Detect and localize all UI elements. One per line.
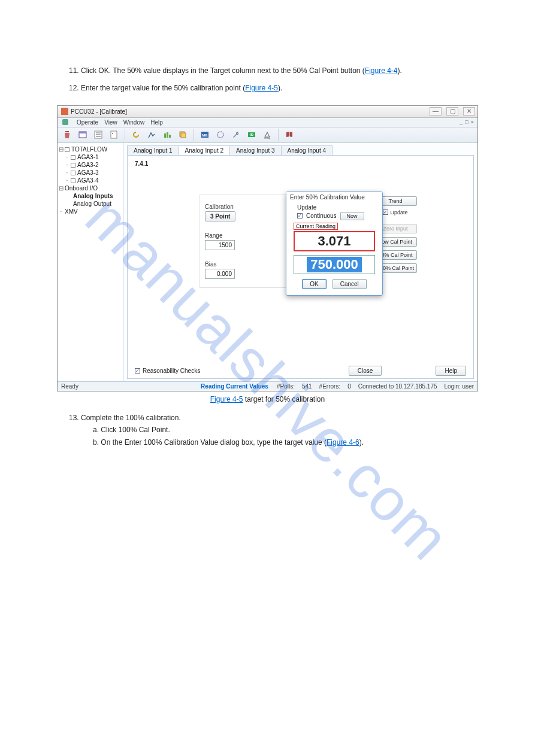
panel-id: 7.4.1 bbox=[135, 160, 466, 167]
tree-aga3[interactable]: AGA3-3 bbox=[77, 169, 99, 176]
step-13b: b. On the Enter 100% Calibration Value d… bbox=[93, 438, 478, 448]
step-11-text-a: Click bbox=[81, 66, 98, 75]
mdi-close[interactable]: × bbox=[471, 119, 474, 125]
trash-icon[interactable] bbox=[61, 129, 73, 141]
svg-rect-13 bbox=[181, 133, 186, 138]
tree-expand-icon[interactable]: ⊟ bbox=[59, 185, 64, 192]
svg-rect-0 bbox=[65, 131, 69, 132]
bias-input[interactable]: 0.000 bbox=[205, 269, 235, 279]
stack-icon[interactable] bbox=[177, 129, 189, 141]
tab-ai3[interactable]: Analog Input 3 bbox=[229, 145, 282, 156]
step-list-2: Complete the 100% calibration. a. Click … bbox=[57, 413, 478, 448]
status-ready: Ready bbox=[61, 383, 78, 390]
svg-rect-11 bbox=[169, 135, 171, 138]
close-panel-button[interactable]: Close bbox=[349, 366, 382, 376]
svg-point-16 bbox=[217, 132, 223, 138]
step-13: Complete the 100% calibration. a. Click … bbox=[81, 413, 478, 448]
menu-window[interactable]: Window bbox=[123, 119, 145, 126]
continuous-checkbox[interactable]: ✓ bbox=[297, 213, 303, 218]
tree-aga4[interactable]: AGA3-4 bbox=[77, 177, 99, 184]
window-title: PCCU32 - [Calibrate] bbox=[71, 108, 127, 115]
tab-ai2[interactable]: Analog Input 2 bbox=[179, 145, 231, 156]
tree-ai[interactable]: Analog Inputs bbox=[73, 193, 113, 199]
svg-rect-2 bbox=[79, 132, 86, 133]
nav-tree[interactable]: ⊟TOTALFLOW ·AGA3-1 ·AGA3-2 ·AGA3-3 ·AGA3… bbox=[58, 143, 123, 381]
sheet-icon[interactable] bbox=[108, 129, 120, 141]
update-checkbox[interactable]: ✓ bbox=[383, 210, 388, 215]
toolbar: MB ID Setup bbox=[58, 127, 477, 143]
tab-ai4[interactable]: Analog Input 4 bbox=[281, 145, 333, 156]
ok-button[interactable]: OK bbox=[302, 279, 326, 289]
tree-root[interactable]: TOTALFLOW bbox=[71, 146, 107, 153]
update-label: Update bbox=[390, 210, 407, 215]
refresh-icon[interactable] bbox=[130, 129, 142, 141]
reasonability-checkbox[interactable]: ✓ bbox=[135, 368, 140, 374]
step-13b-figref[interactable]: Figure 4-6 bbox=[327, 438, 359, 447]
figure-number[interactable]: Figure 4-5 bbox=[210, 395, 243, 403]
list-icon[interactable] bbox=[92, 129, 104, 141]
step-list: Click OK. The 50% value displays in the … bbox=[57, 66, 478, 93]
mb-icon[interactable]: MB bbox=[199, 129, 211, 141]
status-login: Login: user bbox=[445, 383, 474, 390]
cancel-button[interactable]: Cancel bbox=[333, 279, 367, 289]
tree-aga1[interactable]: AGA3-1 bbox=[77, 154, 99, 160]
svg-rect-9 bbox=[164, 133, 166, 138]
menu-operate[interactable]: Operate bbox=[77, 119, 98, 126]
step-11: Click OK. The 50% value displays in the … bbox=[81, 66, 478, 76]
step-11-figref[interactable]: Figure 4-4 bbox=[365, 66, 398, 75]
tree-aga2[interactable]: AGA3-2 bbox=[77, 162, 99, 168]
step-12-text-b: ). bbox=[278, 84, 282, 92]
now-button[interactable]: Now bbox=[340, 212, 364, 220]
menu-view[interactable]: View bbox=[104, 119, 117, 126]
app-icon bbox=[61, 108, 68, 115]
mdi-min[interactable]: _ bbox=[460, 119, 463, 125]
tree-xmv[interactable]: XMV bbox=[65, 208, 78, 215]
setup-icon[interactable]: Setup bbox=[261, 129, 273, 141]
tree-onboard[interactable]: Onboard I/O bbox=[65, 185, 98, 192]
wrench-icon[interactable] bbox=[230, 129, 242, 141]
svg-text:MB: MB bbox=[202, 133, 208, 137]
dialog-title: Enter 50% Calibration Value bbox=[286, 192, 382, 202]
menu-help[interactable]: Help bbox=[150, 119, 163, 126]
status-polls-label: #Polls: bbox=[277, 383, 295, 390]
svg-text:Setup: Setup bbox=[264, 136, 271, 139]
mdi-max[interactable]: □ bbox=[465, 119, 468, 125]
value-input-text: 750.000 bbox=[307, 257, 362, 272]
tool1-icon[interactable] bbox=[146, 129, 158, 141]
step-12-text-a: Enter the target value for the 50% calib… bbox=[81, 84, 245, 92]
calibration-dialog: Enter 50% Calibration Value Update ✓ Con… bbox=[286, 192, 383, 296]
book-icon[interactable] bbox=[283, 129, 295, 141]
tree-ao[interactable]: Analog Output bbox=[73, 201, 111, 207]
id-icon[interactable]: ID bbox=[246, 129, 258, 141]
step-13b-1: b. On the Enter 100% Calibration Value d… bbox=[93, 438, 327, 447]
current-reading-value: 3.071 bbox=[294, 231, 375, 251]
svg-rect-10 bbox=[167, 132, 168, 138]
tabstrip: Analog Input 1 Analog Input 2 Analog Inp… bbox=[127, 145, 474, 156]
status-errors-label: #Errors: bbox=[319, 383, 341, 390]
swirl-icon[interactable] bbox=[214, 129, 226, 141]
step-12: Enter the target value for the 50% calib… bbox=[81, 83, 478, 93]
tool2-icon[interactable] bbox=[161, 129, 173, 141]
calendar-icon[interactable] bbox=[77, 129, 89, 141]
step-11-ok: OK bbox=[98, 66, 108, 75]
step-13-main: Complete the 100% calibration. bbox=[81, 414, 181, 422]
help-button[interactable]: Help bbox=[436, 366, 466, 376]
reasonability-label: Reasonability Checks bbox=[143, 368, 200, 374]
figure-text: target for 50% calibration bbox=[245, 395, 325, 403]
app-window: PCCU32 - [Calibrate] — ▢ ✕ Operate View … bbox=[57, 105, 478, 391]
tree-collapse-icon[interactable]: ⊟ bbox=[59, 146, 64, 153]
step-13b-2: ). bbox=[359, 438, 364, 447]
figure-caption: Figure 4-5 target for 50% calibration bbox=[57, 395, 478, 403]
minimize-button[interactable]: — bbox=[430, 107, 442, 116]
status-conn: Connected to 10.127.185.175 bbox=[358, 383, 437, 390]
dialog-update-label: Update bbox=[297, 204, 377, 211]
range-input[interactable]: 1500 bbox=[205, 240, 235, 250]
status-reading: Reading Current Values bbox=[201, 383, 268, 390]
step-12-figref[interactable]: Figure 4-5 bbox=[245, 84, 278, 92]
three-point-button[interactable]: 3 Point bbox=[205, 211, 235, 221]
status-errors: 0 bbox=[347, 383, 351, 390]
close-button[interactable]: ✕ bbox=[463, 107, 475, 116]
maximize-button[interactable]: ▢ bbox=[446, 107, 458, 116]
tab-ai1[interactable]: Analog Input 1 bbox=[127, 145, 179, 156]
value-input[interactable]: 750.000 bbox=[294, 255, 375, 274]
